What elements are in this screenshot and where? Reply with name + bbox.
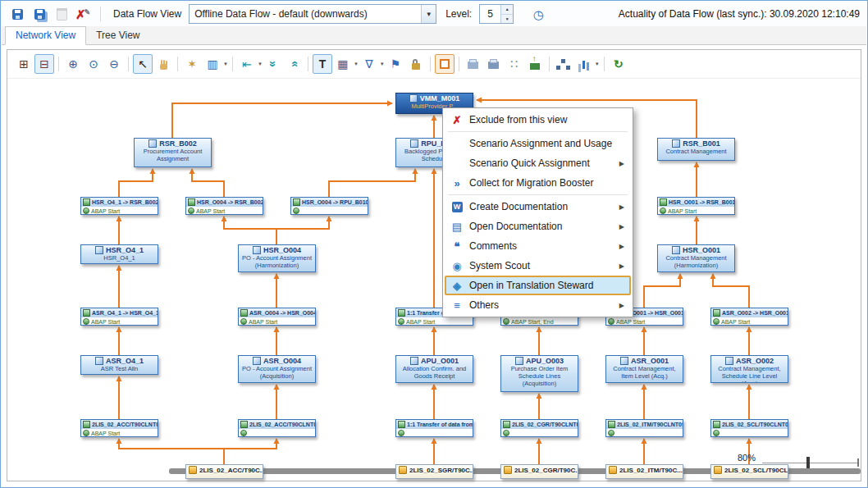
export-icon[interactable] — [525, 54, 545, 74]
refresh-icon[interactable]: ↻ — [609, 54, 628, 74]
submenu-arrow-icon: ▶ — [619, 223, 624, 230]
expand-all-icon[interactable]: » — [263, 54, 283, 74]
chart-icon[interactable]: ▼ — [574, 54, 600, 74]
zoom-out-icon[interactable]: ⊖ — [104, 54, 124, 74]
infoprovider-icon — [253, 357, 261, 365]
datasource-icon — [189, 466, 197, 474]
text-tool-icon[interactable]: T — [313, 54, 332, 74]
swimlane-icon[interactable]: ▥▼ — [203, 54, 228, 74]
print-preview-icon[interactable] — [484, 54, 504, 74]
level-stepper-buttons: ▲ ▼ — [500, 5, 513, 23]
menu-item-scenario-quick-assignment[interactable]: Scenario Quick Assignment▶ — [445, 153, 631, 173]
layout-align-icon[interactable]: ⊟ — [34, 54, 54, 74]
menu-item-label: Create Documentation — [469, 201, 613, 212]
system-scout-icon: ◉ — [450, 260, 464, 272]
history-clock-icon[interactable]: ◷ — [529, 5, 547, 23]
menu-item-open-documentation[interactable]: ▤Open Documentation▶ — [445, 217, 631, 236]
asr-o001-node[interactable]: ASR_O001Contract Management, Item Level … — [605, 355, 683, 383]
submenu-arrow-icon: ▶ — [619, 243, 624, 250]
tab-tree-view[interactable]: Tree View — [86, 27, 149, 44]
hsr-o004-node[interactable]: HSR_O004PO - Account Assignment (Harmoni… — [238, 244, 316, 272]
process-step-icon — [608, 430, 614, 436]
trf-ds-scl-node[interactable]: 2LIS_02_SCL/T90CLNT090 -... — [710, 419, 788, 437]
trf-asro002-hsro001-node[interactable]: ASR_O002 -> HSR_O001ABAP Start — [710, 308, 788, 326]
process-step-icon — [83, 318, 89, 325]
ds-2lis-02-cgr-node[interactable]: 2LIS_02_CGR/T90C... — [500, 464, 578, 479]
org-chart-icon[interactable] — [554, 54, 573, 74]
menu-item-others[interactable]: ≡Others▶ — [445, 295, 631, 315]
trf-ds-itm-node[interactable]: 2LIS_02_ITM/T90CLNT090 -... — [605, 419, 683, 437]
save-all-icon[interactable] — [30, 5, 48, 23]
ds-2lis-02-acc-node[interactable]: 2LIS_02_ACC/T90C... — [185, 464, 263, 479]
filter-icon[interactable]: ∇▼ — [359, 54, 385, 74]
lock-icon[interactable] — [406, 54, 426, 74]
infoprovider-icon — [410, 357, 418, 365]
rsr-b002-node[interactable]: RSR_B002Procurement Account Assignment — [134, 138, 212, 167]
hsr-o001-node[interactable]: HSR_O001Contract Management (Harmonizati… — [657, 244, 735, 272]
level-down-button[interactable]: ▼ — [501, 15, 513, 24]
chevron-down-icon[interactable]: ▼ — [380, 62, 385, 66]
apu-o001-node[interactable]: APU_O001Allocation Confirm. and Goods Re… — [395, 355, 473, 383]
menu-item-system-scout[interactable]: ◉System Scout▶ — [445, 256, 631, 276]
magic-wand-icon[interactable]: ✶ — [182, 54, 202, 74]
ds-2lis-02-scl-node[interactable]: 2LIS_02_SCL/T90CL... — [710, 464, 788, 479]
tab-network-view[interactable]: Network View — [5, 26, 86, 45]
menu-item-exclude-from-this-view[interactable]: ✗Exclude from this view — [445, 110, 631, 130]
data-flow-selector[interactable]: Offline Data Flow - default (downwards) … — [189, 4, 436, 24]
trf-hsro001-rsrb001-node[interactable]: HSR_O001 -> RSR_B001ABAP Start — [657, 197, 735, 215]
layout-grid-icon[interactable]: ⊞ — [14, 54, 34, 74]
menu-item-label: Others — [469, 299, 613, 311]
apu-o003-node[interactable]: APU_O003Purchase Order Item Schedule Lin… — [500, 355, 578, 392]
trf-asro41-hsro41-node[interactable]: ASR_O4_1 -> HSR_O4_1ABAP Start — [80, 308, 158, 326]
menu-item-scenario-assignment-and-usage[interactable]: Scenario Assignment and Usage — [445, 134, 631, 153]
sort-columns-icon[interactable]: ⚑ — [386, 54, 405, 74]
transformation-icon — [398, 309, 405, 317]
pan-hand-icon[interactable] — [153, 54, 173, 74]
menu-item-collect-for-migration-booster[interactable]: »Collect for Migration Booster — [445, 173, 631, 193]
highlight-box-icon[interactable] — [435, 54, 455, 74]
ds-2lis-02-sgr-node[interactable]: 2LIS_02_SGR/T90C... — [395, 464, 473, 479]
asr-o4-1-node[interactable]: ASR_O4_1ASR Test Alln — [80, 355, 158, 375]
trf-ds-cgr-node[interactable]: 2LIS_02_CGR/T90CLNT090 -... — [500, 419, 578, 437]
menu-item-create-documentation[interactable]: WCreate Documentation▶ — [445, 197, 631, 217]
trf-hsro004-rpub010-node[interactable]: HSR_O004 -> RPU_B010 — [290, 197, 368, 215]
chevron-down-icon[interactable]: ▼ — [258, 62, 263, 66]
asr-o002-node[interactable]: ASR_O002Contract Management, Schedule Li… — [710, 355, 788, 383]
zoom-fit-icon[interactable]: ⊙ — [84, 54, 103, 74]
chevron-down-icon[interactable]: ▼ — [354, 62, 359, 66]
asr-o004-node[interactable]: ASR_O004PO - Account Assignment (Acquisi… — [238, 355, 316, 383]
transformation-icon — [660, 198, 667, 206]
hsr-o4-1-node[interactable]: HSR_O4_1HSR_O4_1 — [80, 244, 158, 264]
trf-ds-sgr-node[interactable]: 1:1 Transfer of data from 2LIS... — [395, 419, 473, 437]
infoprovider-icon — [148, 139, 157, 148]
trf-hsro004-rsrb002-node[interactable]: HSR_O004 -> RSR_B002ABAP Start — [185, 197, 263, 215]
remove-marked-icon[interactable]: ✗✎ — [75, 5, 93, 23]
rsr-b001-node[interactable]: RSR_B001Contract Management — [657, 138, 735, 161]
menu-item-comments[interactable]: ❝Comments▶ — [445, 236, 631, 256]
menu-separator — [448, 194, 628, 195]
table-view-icon[interactable]: ▦▼ — [333, 54, 359, 74]
trf-asro004-hsro004-node[interactable]: ASR_O004 -> HSR_O004ABAP Start — [238, 308, 316, 326]
transformation-icon — [240, 309, 248, 317]
grid-dots-icon[interactable]: ∷ — [505, 54, 524, 74]
level-stepper[interactable]: 5 ▲ ▼ — [479, 4, 514, 24]
chevron-down-icon[interactable]: ▼ — [421, 5, 436, 23]
trf-ds-acc2-node[interactable]: 2LIS_02_ACC/T90CLNT090 -... — [238, 419, 316, 437]
save-icon[interactable] — [8, 5, 26, 23]
jump-to-start-icon[interactable]: ⇤▼ — [237, 54, 263, 74]
transformation-icon — [713, 309, 720, 317]
select-cursor-icon[interactable]: ↖ — [133, 54, 153, 74]
menu-item-label: Collect for Migration Booster — [469, 177, 624, 189]
chevron-down-icon[interactable]: ▼ — [595, 62, 600, 66]
trf-ds-acc1-node[interactable]: 2LIS_02_ACC/T90CLNT090 -...ABAP Start — [80, 419, 158, 437]
zoom-in-icon[interactable]: ⊕ — [63, 54, 83, 74]
print-icon[interactable] — [464, 54, 483, 74]
ds-2lis-02-itm-node[interactable]: 2LIS_02_ITM/T90C... — [605, 464, 683, 479]
zoom-slider-handle[interactable] — [806, 457, 810, 468]
chevron-down-icon[interactable]: ▼ — [223, 62, 228, 66]
menu-item-open-in-translation-steward[interactable]: ◈Open in Translation Steward — [445, 276, 631, 295]
trf-hsro41-rsrb002-node[interactable]: HSR_O4_1 -> RSR_B002ABAP Start — [80, 197, 158, 215]
collapse-all-icon[interactable]: » — [284, 54, 304, 74]
level-up-button[interactable]: ▲ — [501, 5, 513, 15]
zoom-slider-track[interactable] — [762, 463, 859, 463]
